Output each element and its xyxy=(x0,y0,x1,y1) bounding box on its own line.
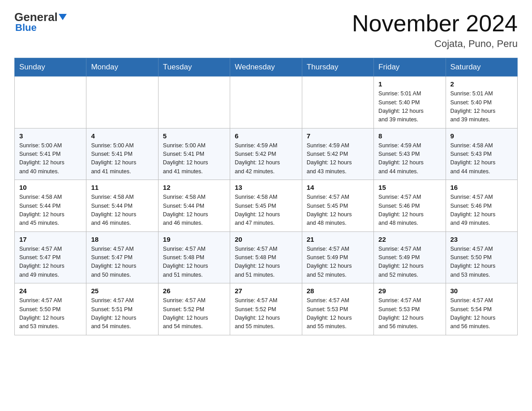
calendar-cell: 15Sunrise: 4:57 AMSunset: 5:46 PMDayligh… xyxy=(374,180,446,232)
weekday-header-monday: Monday xyxy=(86,58,158,77)
day-info: Sunrise: 4:58 AMSunset: 5:44 PMDaylight:… xyxy=(163,193,225,228)
day-number: 28 xyxy=(307,287,369,295)
day-info: Sunrise: 4:57 AMSunset: 5:47 PMDaylight:… xyxy=(91,245,153,280)
weekday-header-sunday: Sunday xyxy=(15,58,86,77)
calendar-cell: 17Sunrise: 4:57 AMSunset: 5:47 PMDayligh… xyxy=(15,231,86,283)
day-number: 10 xyxy=(19,184,82,191)
calendar-cell: 10Sunrise: 4:58 AMSunset: 5:44 PMDayligh… xyxy=(15,180,86,232)
calendar-cell: 30Sunrise: 4:57 AMSunset: 5:54 PMDayligh… xyxy=(446,283,517,335)
calendar-cell: 6Sunrise: 4:59 AMSunset: 5:42 PMDaylight… xyxy=(230,128,302,180)
day-info: Sunrise: 4:58 AMSunset: 5:44 PMDaylight:… xyxy=(19,193,82,228)
day-info: Sunrise: 4:57 AMSunset: 5:51 PMDaylight:… xyxy=(91,296,153,331)
calendar-cell xyxy=(86,77,158,128)
calendar-cell: 21Sunrise: 4:57 AMSunset: 5:49 PMDayligh… xyxy=(302,231,373,283)
calendar-week-1: 1Sunrise: 5:01 AMSunset: 5:40 PMDaylight… xyxy=(15,77,518,128)
day-info: Sunrise: 4:57 AMSunset: 5:53 PMDaylight:… xyxy=(378,296,441,331)
day-info: Sunrise: 4:57 AMSunset: 5:52 PMDaylight:… xyxy=(163,296,225,331)
day-info: Sunrise: 4:57 AMSunset: 5:49 PMDaylight:… xyxy=(378,245,441,280)
calendar-cell: 16Sunrise: 4:57 AMSunset: 5:46 PMDayligh… xyxy=(446,180,517,232)
day-info: Sunrise: 4:57 AMSunset: 5:48 PMDaylight:… xyxy=(235,245,297,280)
day-info: Sunrise: 4:57 AMSunset: 5:48 PMDaylight:… xyxy=(163,245,225,280)
weekday-header-thursday: Thursday xyxy=(302,58,373,77)
calendar-cell: 2Sunrise: 5:01 AMSunset: 5:40 PMDaylight… xyxy=(446,77,517,128)
calendar-cell xyxy=(230,77,302,128)
calendar-cell: 29Sunrise: 4:57 AMSunset: 5:53 PMDayligh… xyxy=(374,283,446,335)
day-info: Sunrise: 4:57 AMSunset: 5:45 PMDaylight:… xyxy=(307,193,369,228)
page-header: General Blue November 2024 Cojata, Puno,… xyxy=(14,11,518,50)
day-info: Sunrise: 4:57 AMSunset: 5:50 PMDaylight:… xyxy=(19,296,82,331)
day-number: 11 xyxy=(91,184,153,191)
day-number: 15 xyxy=(378,184,441,191)
day-number: 3 xyxy=(19,132,82,140)
day-info: Sunrise: 4:59 AMSunset: 5:43 PMDaylight:… xyxy=(378,141,441,176)
day-number: 29 xyxy=(378,287,441,295)
calendar-cell: 22Sunrise: 4:57 AMSunset: 5:49 PMDayligh… xyxy=(374,231,446,283)
day-info: Sunrise: 4:58 AMSunset: 5:45 PMDaylight:… xyxy=(235,193,297,228)
day-number: 8 xyxy=(378,132,441,140)
day-number: 5 xyxy=(163,132,225,140)
day-info: Sunrise: 4:59 AMSunset: 5:42 PMDaylight:… xyxy=(307,141,369,176)
calendar-cell: 28Sunrise: 4:57 AMSunset: 5:53 PMDayligh… xyxy=(302,283,373,335)
calendar-cell: 24Sunrise: 4:57 AMSunset: 5:50 PMDayligh… xyxy=(15,283,86,335)
calendar-week-2: 3Sunrise: 5:00 AMSunset: 5:41 PMDaylight… xyxy=(15,128,518,180)
day-info: Sunrise: 5:01 AMSunset: 5:40 PMDaylight:… xyxy=(450,90,513,124)
day-info: Sunrise: 4:57 AMSunset: 5:52 PMDaylight:… xyxy=(235,296,297,331)
calendar-cell: 3Sunrise: 5:00 AMSunset: 5:41 PMDaylight… xyxy=(15,128,86,180)
title-area: November 2024 Cojata, Puno, Peru xyxy=(352,11,518,50)
calendar-cell: 7Sunrise: 4:59 AMSunset: 5:42 PMDaylight… xyxy=(302,128,373,180)
calendar-table: SundayMondayTuesdayWednesdayThursdayFrid… xyxy=(14,58,518,335)
day-number: 14 xyxy=(307,184,369,191)
calendar-cell xyxy=(302,77,373,128)
calendar-header-row: SundayMondayTuesdayWednesdayThursdayFrid… xyxy=(15,58,518,77)
weekday-header-saturday: Saturday xyxy=(446,58,517,77)
day-number: 9 xyxy=(450,132,513,140)
calendar-cell: 25Sunrise: 4:57 AMSunset: 5:51 PMDayligh… xyxy=(86,283,158,335)
day-info: Sunrise: 4:59 AMSunset: 5:42 PMDaylight:… xyxy=(235,141,297,176)
day-number: 4 xyxy=(91,132,153,140)
day-info: Sunrise: 4:57 AMSunset: 5:47 PMDaylight:… xyxy=(19,245,82,280)
calendar-cell: 26Sunrise: 4:57 AMSunset: 5:52 PMDayligh… xyxy=(158,283,230,335)
day-number: 16 xyxy=(450,184,513,191)
day-number: 6 xyxy=(235,132,297,140)
day-number: 23 xyxy=(450,235,513,243)
day-info: Sunrise: 4:58 AMSunset: 5:43 PMDaylight:… xyxy=(450,141,513,176)
day-number: 17 xyxy=(19,235,82,243)
weekday-header-tuesday: Tuesday xyxy=(158,58,230,77)
weekday-header-friday: Friday xyxy=(374,58,446,77)
day-info: Sunrise: 4:57 AMSunset: 5:49 PMDaylight:… xyxy=(307,245,369,280)
logo-blue: Blue xyxy=(14,22,37,34)
day-number: 7 xyxy=(307,132,369,140)
day-number: 19 xyxy=(163,235,225,243)
calendar-cell: 14Sunrise: 4:57 AMSunset: 5:45 PMDayligh… xyxy=(302,180,373,232)
day-number: 26 xyxy=(163,287,225,295)
calendar-cell: 1Sunrise: 5:01 AMSunset: 5:40 PMDaylight… xyxy=(374,77,446,128)
calendar-week-4: 17Sunrise: 4:57 AMSunset: 5:47 PMDayligh… xyxy=(15,231,518,283)
day-number: 1 xyxy=(378,80,441,88)
calendar-week-5: 24Sunrise: 4:57 AMSunset: 5:50 PMDayligh… xyxy=(15,283,518,335)
day-number: 2 xyxy=(450,80,513,88)
day-number: 13 xyxy=(235,184,297,191)
day-info: Sunrise: 4:57 AMSunset: 5:50 PMDaylight:… xyxy=(450,245,513,280)
day-info: Sunrise: 4:57 AMSunset: 5:53 PMDaylight:… xyxy=(307,296,369,331)
day-number: 18 xyxy=(91,235,153,243)
calendar-cell: 12Sunrise: 4:58 AMSunset: 5:44 PMDayligh… xyxy=(158,180,230,232)
day-info: Sunrise: 5:00 AMSunset: 5:41 PMDaylight:… xyxy=(91,141,153,176)
day-info: Sunrise: 5:00 AMSunset: 5:41 PMDaylight:… xyxy=(163,141,225,176)
day-info: Sunrise: 4:57 AMSunset: 5:46 PMDaylight:… xyxy=(378,193,441,228)
day-info: Sunrise: 4:57 AMSunset: 5:54 PMDaylight:… xyxy=(450,296,513,331)
logo: General Blue xyxy=(14,11,67,34)
calendar-cell: 5Sunrise: 5:00 AMSunset: 5:41 PMDaylight… xyxy=(158,128,230,180)
day-info: Sunrise: 5:01 AMSunset: 5:40 PMDaylight:… xyxy=(378,90,441,124)
calendar-cell: 13Sunrise: 4:58 AMSunset: 5:45 PMDayligh… xyxy=(230,180,302,232)
calendar-cell xyxy=(158,77,230,128)
calendar-cell: 20Sunrise: 4:57 AMSunset: 5:48 PMDayligh… xyxy=(230,231,302,283)
logo-triangle-icon xyxy=(59,14,67,20)
day-number: 24 xyxy=(19,287,82,295)
day-number: 20 xyxy=(235,235,297,243)
day-info: Sunrise: 4:58 AMSunset: 5:44 PMDaylight:… xyxy=(91,193,153,228)
calendar-cell: 19Sunrise: 4:57 AMSunset: 5:48 PMDayligh… xyxy=(158,231,230,283)
calendar-week-3: 10Sunrise: 4:58 AMSunset: 5:44 PMDayligh… xyxy=(15,180,518,232)
calendar-title: November 2024 xyxy=(352,11,518,36)
day-number: 30 xyxy=(450,287,513,295)
day-number: 27 xyxy=(235,287,297,295)
